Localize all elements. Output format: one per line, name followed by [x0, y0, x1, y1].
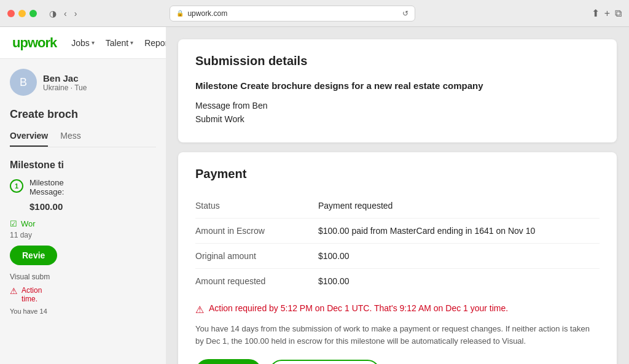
sidebar-toggle-btn[interactable]: ◑: [47, 7, 59, 20]
nav-talent-label: Talent: [106, 38, 128, 48]
submission-details-card: Submission details Milestone Create broc…: [178, 39, 617, 142]
original-amount-label: Original amount: [195, 251, 318, 261]
nav-jobs-label: Jobs: [71, 38, 90, 48]
amount-requested-value: $100.00: [318, 276, 350, 286]
traffic-light-yellow[interactable]: [18, 10, 26, 17]
sidebar-content: B Ben Jac Ukraine · Tue Create broch Ove…: [0, 59, 166, 326]
sidebar-bottom-text: You have 14: [10, 307, 156, 316]
forward-btn[interactable]: ›: [72, 7, 80, 20]
refresh-icon[interactable]: ↺: [402, 9, 408, 18]
work-submitted-row: ☑ Wor: [10, 219, 156, 228]
url-text: upwork.com: [187, 9, 227, 18]
original-amount-value: $100.00: [318, 251, 350, 261]
action-warning-row: ⚠ Action time.: [10, 286, 156, 303]
upwork-logo: upwork: [12, 35, 57, 51]
milestone-badge: 1: [10, 179, 23, 193]
action-warning-time: time.: [21, 295, 42, 303]
work-submitted-label: Wor: [21, 219, 36, 228]
payment-row-requested: Amount requested $100.00: [195, 269, 600, 293]
talent-chevron-icon: ▾: [130, 39, 133, 46]
traffic-light-red[interactable]: [7, 10, 15, 17]
avatar: B: [10, 69, 37, 96]
payment-row-escrow: Amount in Escrow $100.00 paid from Maste…: [195, 219, 600, 244]
status-label: Status: [195, 201, 318, 211]
payment-title: Payment: [195, 167, 600, 181]
action-warning-text: Action: [21, 286, 42, 295]
nav-item-reports[interactable]: Reports ▾: [144, 38, 166, 48]
work-days: 11 day: [10, 231, 156, 239]
user-section: B Ben Jac Ukraine · Tue: [10, 69, 156, 96]
payment-info-text: You have 14 days from the submission of …: [195, 323, 600, 347]
alert-text: Action required by 5:12 PM on Dec 1 UTC.…: [209, 303, 508, 313]
payment-table: Status Payment requested Amount in Escro…: [195, 193, 600, 293]
milestone-section-title: Milestone ti: [10, 160, 156, 171]
browser-chrome: ◑ ‹ › 🔒 upwork.com ↺ ⬆ + ⧉: [0, 0, 629, 27]
back-btn[interactable]: ‹: [61, 7, 69, 20]
alert-icon: ⚠: [195, 304, 204, 316]
submission-details-title: Submission details: [195, 54, 600, 68]
review-button[interactable]: Revie: [10, 246, 57, 265]
milestone-item-message: Message:: [29, 187, 64, 196]
action-alert: ⚠ Action required by 5:12 PM on Dec 1 UT…: [195, 303, 600, 316]
lock-icon: 🔒: [176, 10, 184, 17]
milestone-item-info: Milestone Message:: [29, 178, 64, 196]
payment-card: Payment Status Payment requested Amount …: [178, 152, 617, 364]
escrow-value: $100.00 paid from MasterCard ending in 1…: [318, 226, 535, 236]
traffic-lights: [7, 10, 37, 17]
request-changes-button[interactable]: Request Changes: [269, 360, 380, 365]
browser-actions: ⬆ + ⧉: [592, 7, 622, 19]
nav-reports-label: Reports: [144, 38, 166, 48]
sidebar-bg: upwork Jobs ▾ Talent ▾ Reports ▾ B: [0, 27, 166, 364]
user-name: Ben Jac: [43, 73, 87, 83]
user-meta: Ukraine · Tue: [43, 83, 87, 92]
escrow-label: Amount in Escrow: [195, 226, 318, 236]
milestone-item-title: Milestone: [29, 178, 64, 187]
milestone-full-label: Milestone Create brochure designs for a …: [195, 80, 600, 91]
payment-row-status: Status Payment requested: [195, 193, 600, 219]
status-value: Payment requested: [318, 201, 393, 211]
tabs-bg: Overview Mess: [10, 131, 156, 147]
tabs-btn[interactable]: ⧉: [615, 8, 622, 19]
payment-row-original: Original amount $100.00: [195, 244, 600, 269]
action-warning-icon: ⚠: [10, 286, 18, 296]
share-btn[interactable]: ⬆: [592, 7, 600, 19]
tab-overview[interactable]: Overview: [10, 131, 48, 147]
action-warning-info: Action time.: [21, 286, 42, 303]
nav-item-talent[interactable]: Talent ▾: [106, 38, 133, 48]
pay-button[interactable]: Pay: [195, 359, 262, 364]
page-layout: upwork Jobs ▾ Talent ▾ Reports ▾ B: [0, 27, 629, 364]
address-bar[interactable]: 🔒 upwork.com ↺: [170, 6, 415, 21]
visual-submitted-text: Visual subm: [10, 273, 156, 281]
user-info: Ben Jac Ukraine · Tue: [43, 73, 87, 92]
milestone-item: 1 Milestone Message:: [10, 178, 156, 196]
work-submitted-icon: ☑: [10, 219, 17, 228]
milestone-price: $100.00: [29, 201, 156, 212]
page-title-bg: Create broch: [10, 108, 156, 121]
navbar: upwork Jobs ▾ Talent ▾ Reports ▾: [0, 27, 166, 59]
nav-item-jobs[interactable]: Jobs ▾: [71, 38, 95, 48]
nav-items: Jobs ▾ Talent ▾ Reports ▾: [71, 38, 166, 48]
new-tab-btn[interactable]: +: [604, 8, 610, 19]
submit-work-row: Submit Work: [195, 114, 600, 124]
jobs-chevron-icon: ▾: [92, 39, 95, 46]
message-from-row: Message from Ben: [195, 101, 600, 110]
tab-messages[interactable]: Mess: [60, 131, 80, 147]
browser-controls: ◑ ‹ ›: [47, 7, 79, 20]
main-panel: Submission details Milestone Create broc…: [166, 27, 629, 364]
traffic-light-green[interactable]: [29, 10, 37, 17]
amount-requested-label: Amount requested: [195, 276, 318, 286]
action-buttons: Pay Request Changes: [195, 359, 600, 364]
